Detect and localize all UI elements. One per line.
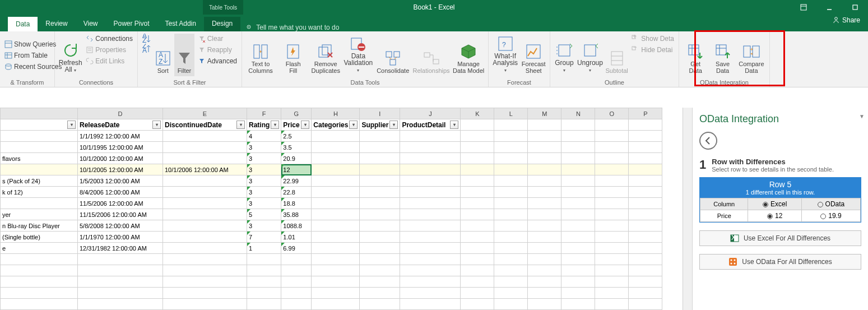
group-button[interactable]: Group ▾ — [554, 34, 575, 76]
cell[interactable]: 4 — [247, 131, 281, 142]
cell[interactable] — [400, 175, 461, 187]
cell[interactable] — [494, 153, 528, 164]
cell[interactable] — [629, 198, 662, 209]
cell[interactable] — [312, 198, 360, 209]
cell[interactable] — [629, 142, 662, 153]
cell[interactable] — [163, 142, 247, 153]
empty-row[interactable] — [1, 276, 662, 288]
cell[interactable]: 12/31/1982 12:00:00 AM — [78, 243, 163, 254]
cell[interactable]: yer — [1, 209, 78, 220]
remove-duplicates-button[interactable]: Remove Duplicates — [310, 34, 341, 76]
cell[interactable] — [561, 276, 595, 288]
diff-excel-header[interactable]: Excel — [748, 198, 801, 210]
cell[interactable] — [163, 198, 247, 209]
cell[interactable] — [629, 232, 662, 243]
cell[interactable] — [400, 153, 461, 164]
ribbon-options-icon[interactable] — [791, 0, 816, 15]
cell[interactable] — [78, 299, 163, 310]
cell[interactable] — [461, 232, 494, 243]
cell[interactable] — [561, 198, 595, 209]
table-row[interactable]: yer11/15/2006 12:00:00 AM535.88 — [1, 209, 662, 220]
cell[interactable]: 22.99 — [281, 175, 312, 187]
cell[interactable] — [595, 299, 629, 310]
filter-dropdown-icon[interactable] — [271, 121, 279, 129]
cell[interactable]: e — [1, 243, 78, 254]
column-header[interactable]: J — [400, 108, 461, 119]
cell[interactable] — [595, 198, 629, 209]
table-row[interactable]: 11/5/2006 12:00:00 AM318.8 — [1, 198, 662, 209]
cell[interactable]: 10/1/2006 12:00:00 AM — [163, 164, 247, 175]
cell[interactable]: k of 12) — [1, 187, 78, 198]
manage-data-model-button[interactable]: Manage Data Model — [452, 34, 485, 76]
cell[interactable] — [494, 187, 528, 198]
filter-dropdown-icon[interactable] — [389, 121, 398, 129]
cell[interactable] — [561, 232, 595, 243]
cell[interactable] — [528, 175, 561, 187]
cell[interactable] — [629, 131, 662, 142]
cell[interactable] — [360, 187, 400, 198]
radio-icon[interactable] — [820, 214, 826, 219]
properties-button[interactable]: Properties — [85, 45, 134, 55]
back-button[interactable] — [699, 132, 717, 150]
cell[interactable] — [494, 142, 528, 153]
cell[interactable] — [461, 175, 494, 187]
maximize-button[interactable] — [842, 0, 868, 15]
cell[interactable] — [528, 288, 561, 299]
radio-icon[interactable] — [763, 202, 768, 207]
filter-dropdown-icon[interactable] — [236, 121, 245, 129]
cell[interactable] — [400, 299, 461, 310]
cell[interactable] — [163, 243, 247, 254]
cell[interactable] — [163, 175, 247, 187]
cell[interactable] — [461, 276, 494, 288]
cell[interactable] — [400, 198, 461, 209]
save-data-button[interactable]: Save Data — [709, 34, 735, 76]
cell[interactable] — [360, 175, 400, 187]
table-header-cell[interactable]: Price — [281, 119, 312, 131]
cell[interactable] — [461, 153, 494, 164]
cell[interactable] — [1, 142, 78, 153]
cell[interactable] — [312, 187, 360, 198]
cell[interactable] — [400, 276, 461, 288]
cell[interactable]: 3 — [247, 220, 281, 232]
cell[interactable] — [461, 299, 494, 310]
cell[interactable]: 18.8 — [281, 198, 312, 209]
cell[interactable] — [163, 209, 247, 220]
cell[interactable] — [312, 254, 360, 265]
cell[interactable] — [528, 209, 561, 220]
cell[interactable] — [561, 175, 595, 187]
cell[interactable]: 20.9 — [281, 153, 312, 164]
cell[interactable] — [595, 220, 629, 232]
column-header[interactable]: P — [629, 108, 662, 119]
cell[interactable]: n Blu-ray Disc Player — [1, 220, 78, 232]
cell[interactable]: 3 — [247, 187, 281, 198]
cell[interactable] — [494, 220, 528, 232]
cell[interactable]: 1088.8 — [281, 220, 312, 232]
cell[interactable]: 1/1/1992 12:00:00 AM — [78, 131, 163, 142]
cell[interactable] — [461, 209, 494, 220]
column-header[interactable]: O — [595, 108, 629, 119]
empty-row[interactable] — [1, 254, 662, 265]
cell[interactable] — [312, 220, 360, 232]
filter-dropdown-icon[interactable] — [450, 121, 458, 129]
cell[interactable] — [561, 187, 595, 198]
use-odata-all-button[interactable]: Use OData For All Differences — [699, 254, 861, 270]
cell[interactable]: 1/1/1970 12:00:00 AM — [78, 232, 163, 243]
cell[interactable] — [461, 187, 494, 198]
cell[interactable] — [400, 243, 461, 254]
cell[interactable] — [461, 198, 494, 209]
cell[interactable] — [595, 164, 629, 175]
hide-detail-button[interactable]: −Hide Detai — [630, 45, 675, 55]
column-header[interactable]: G — [281, 108, 312, 119]
cell[interactable] — [360, 243, 400, 254]
minimize-button[interactable] — [816, 0, 842, 15]
cell[interactable] — [595, 288, 629, 299]
cell[interactable] — [561, 220, 595, 232]
cell[interactable] — [360, 254, 400, 265]
cell[interactable] — [528, 265, 561, 276]
table-header-cell[interactable]: Rating — [247, 119, 281, 131]
cell[interactable] — [561, 243, 595, 254]
cell[interactable] — [78, 276, 163, 288]
cell[interactable] — [78, 288, 163, 299]
cell[interactable]: (Single bottle) — [1, 232, 78, 243]
cell[interactable]: s (Pack of 24) — [1, 175, 78, 187]
